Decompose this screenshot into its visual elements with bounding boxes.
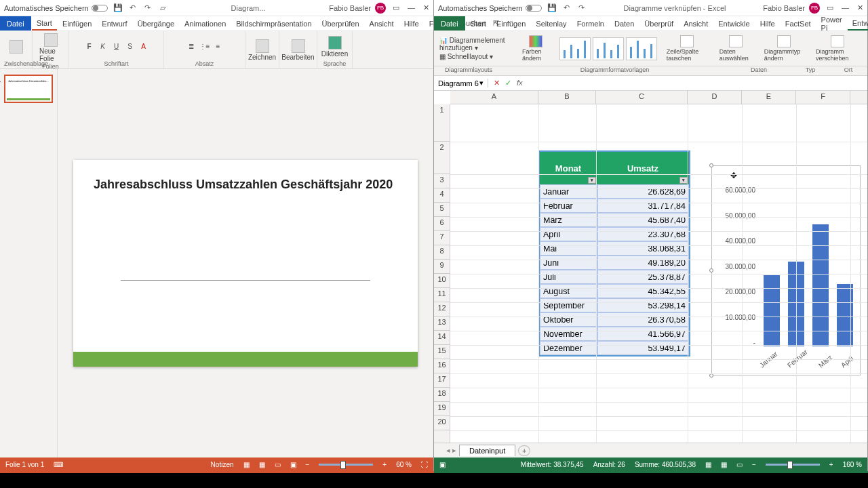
tab-help[interactable]: Hilfe [399, 18, 424, 30]
close-icon[interactable]: ✕ [857, 3, 863, 12]
xl-tab-insert[interactable]: Einfügen [492, 18, 530, 30]
xl-autosave-toggle[interactable]: Automatisches Speichern [438, 4, 542, 12]
slide-thumbnail-1[interactable]: 1 Jahresabschluss Umsatzzahlen... [4, 75, 53, 103]
row-header[interactable]: 9 [434, 260, 450, 274]
row-header[interactable]: 2 [434, 142, 450, 174]
table-row[interactable]: Januar26.628,69 [540, 184, 689, 199]
zoom-level[interactable]: 160 % [843, 461, 862, 468]
add-chart-element[interactable]: 📊 Diagrammelement hinzufügen ▾ [439, 37, 513, 52]
row-header[interactable]: 3 [434, 174, 450, 188]
tab-file[interactable]: Datei [0, 16, 31, 30]
tab-design[interactable]: Entwurf [97, 18, 132, 30]
view-normal-icon[interactable]: ▦ [705, 461, 711, 468]
xl-tab-data[interactable]: Daten [610, 18, 639, 30]
row-header[interactable]: 16 [434, 359, 450, 373]
tab-insert[interactable]: Einfügen [58, 18, 96, 30]
table-row[interactable]: Oktober26.370,58 [540, 312, 689, 327]
row-header[interactable]: 11 [434, 288, 450, 302]
reading-view-icon[interactable]: ▭ [275, 461, 281, 468]
table-row[interactable]: April23.307,68 [540, 227, 689, 241]
xl-avatar[interactable]: FB [809, 3, 820, 14]
tab-start[interactable]: Start [32, 17, 57, 30]
table-row[interactable]: November41.566,97 [540, 327, 689, 341]
tab-animations[interactable]: Animationen [180, 18, 231, 30]
zoom-level[interactable]: 60 % [396, 461, 412, 468]
table-row[interactable]: März45.687,40 [540, 213, 689, 227]
table-row[interactable]: Juni49.189,20 [540, 256, 689, 270]
row-header[interactable]: 14 [434, 331, 450, 345]
xl-tab-layout[interactable]: Seitenlay [531, 18, 571, 30]
row-header[interactable]: 5 [434, 203, 450, 217]
xl-grid[interactable]: ABCDEF 1234567891011121314151617181920 M… [434, 91, 867, 443]
table-row[interactable]: Juli25.378,87 [540, 270, 689, 284]
data-table[interactable]: Monat▾ Umsatz▾ Januar26.628,69Februar31.… [538, 150, 690, 357]
redo-icon[interactable]: ↷ [577, 3, 587, 13]
row-header[interactable]: 15 [434, 345, 450, 359]
spellcheck-icon[interactable]: ⌨ [54, 461, 63, 468]
chart-handle[interactable] [709, 163, 713, 167]
row-header[interactable]: 17 [434, 373, 450, 388]
row-header[interactable]: 6 [434, 217, 450, 231]
underline-icon[interactable]: U [112, 42, 121, 52]
italic-icon[interactable]: K [98, 42, 108, 52]
quick-layout[interactable]: ▦ Schnelllayout ▾ [439, 53, 513, 60]
tab-review[interactable]: Überprüfen [317, 18, 364, 30]
fit-icon[interactable]: ⛶ [421, 461, 428, 468]
cancel-icon[interactable]: ✕ [494, 79, 500, 87]
record-macro-icon[interactable]: ▣ [439, 461, 446, 468]
xl-tab-file[interactable]: Datei [434, 16, 465, 30]
table-row[interactable]: Mai38.068,31 [540, 241, 689, 256]
fontcolor-icon[interactable]: A [139, 42, 149, 52]
move-chart[interactable]: Diagramm verschieben [813, 35, 862, 62]
autosave-toggle[interactable]: Automatisches Speichern [4, 4, 108, 12]
switch-row-col[interactable]: Zeile/Spalte tauschen [664, 35, 710, 62]
bold-icon[interactable]: F [85, 42, 94, 52]
row-header[interactable]: 4 [434, 188, 450, 203]
slide-canvas[interactable]: Jahresabschluss Umsatzzahlen Geschäftsja… [58, 69, 433, 458]
undo-icon[interactable]: ↶ [562, 3, 572, 13]
add-sheet-icon[interactable]: + [518, 445, 530, 456]
filter-icon[interactable]: ▾ [588, 177, 596, 184]
table-row[interactable]: September53.298,14 [540, 298, 689, 312]
table-row[interactable]: Februar31.717,84 [540, 199, 689, 213]
view-break-icon[interactable]: ▭ [736, 461, 743, 468]
slideshow-view-icon[interactable]: ▣ [290, 461, 296, 468]
xl-tab-help[interactable]: Hilfe [755, 18, 780, 30]
zoom-in-icon[interactable]: + [382, 461, 387, 468]
change-colors[interactable]: Farben ändern [519, 35, 553, 62]
sheet-tab-dateninput[interactable]: Dateninput [459, 445, 515, 456]
draw-button[interactable]: Zeichnen [245, 39, 279, 62]
restore-icon[interactable]: — [408, 3, 415, 12]
zoom-out-icon[interactable]: − [306, 461, 310, 468]
dictate-button[interactable]: Diktieren [319, 35, 351, 58]
table-row[interactable]: Dezember53.949,17 [540, 341, 689, 355]
zoom-slider[interactable] [766, 464, 820, 466]
xl-tab-review[interactable]: Überprüf [639, 18, 678, 30]
xl-tab-entwurf[interactable]: Entwurf [848, 17, 868, 30]
change-type[interactable]: Diagrammtyp ändern [762, 35, 806, 62]
row-header[interactable]: 12 [434, 302, 450, 317]
redo-icon[interactable]: ↷ [143, 3, 153, 13]
xl-tab-start[interactable]: Start [466, 18, 491, 30]
tab-view[interactable]: Ansicht [365, 18, 399, 30]
paste-button[interactable] [7, 39, 26, 54]
name-box[interactable]: Diagramm 6▾ [434, 79, 488, 87]
col-header[interactable]: E [742, 91, 796, 104]
bullets-icon[interactable]: ≣ [186, 42, 196, 52]
slideshow-icon[interactable]: ▱ [158, 3, 167, 13]
select-data[interactable]: Daten auswählen [717, 35, 755, 62]
embedded-chart[interactable]: 60.000,0050.000,0040.000,0030.000,0020.0… [711, 165, 861, 375]
row-header[interactable]: 8 [434, 245, 450, 260]
row-header[interactable]: 19 [434, 402, 450, 416]
col-header[interactable]: B [538, 91, 596, 104]
fx-icon[interactable]: fx [517, 79, 523, 87]
zoom-slider[interactable] [319, 464, 373, 466]
row-header[interactable]: 13 [434, 317, 450, 331]
avatar[interactable]: FB [375, 3, 386, 14]
col-header[interactable]: A [450, 91, 538, 104]
view-layout-icon[interactable]: ▦ [721, 461, 727, 468]
close-icon[interactable]: ✕ [423, 3, 429, 12]
row-header[interactable]: 20 [434, 416, 450, 430]
chart-styles[interactable] [559, 37, 657, 60]
chart-handle[interactable] [709, 268, 713, 272]
